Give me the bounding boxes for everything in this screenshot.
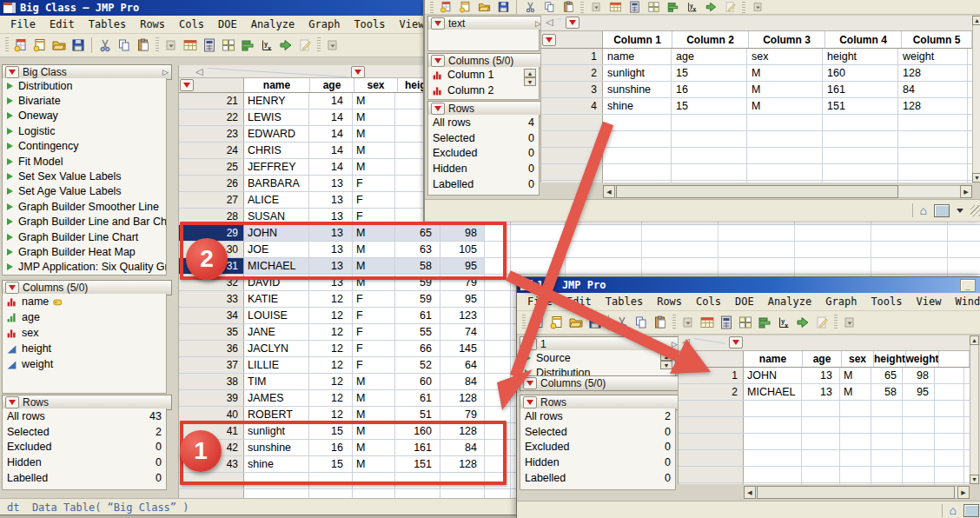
cell-height[interactable]: 59 <box>395 275 440 290</box>
toolbar-cut-icon[interactable] <box>96 37 114 53</box>
red-triangle-menu-icon[interactable] <box>5 66 19 78</box>
minimize-button[interactable]: _ <box>960 279 976 292</box>
rows-menu-cell[interactable] <box>679 351 744 367</box>
cell-age[interactable] <box>309 473 353 488</box>
row-number[interactable]: 41 <box>179 423 244 439</box>
cell-column-4[interactable]: 161 <box>823 82 898 97</box>
script-item-contingency[interactable]: Contingency <box>3 139 166 154</box>
column-header-sex[interactable]: sex <box>354 78 398 92</box>
cell-name[interactable]: sunshine <box>244 440 309 455</box>
cell-height[interactable]: 55 <box>395 324 440 340</box>
cell-name[interactable]: JOHN <box>744 368 802 383</box>
cell-sex[interactable]: M <box>353 143 395 158</box>
cell-column-5[interactable]: 128 <box>898 98 968 114</box>
menu-graph[interactable]: Graph <box>301 17 347 32</box>
toolbar-save-icon[interactable] <box>586 315 604 330</box>
column-header-column-1[interactable]: Column 1 <box>603 31 672 48</box>
row-number[interactable] <box>179 489 244 498</box>
toolbar-split-icon[interactable] <box>737 315 754 330</box>
cell-name[interactable]: SUSAN <box>244 209 309 224</box>
cell-name[interactable]: LOUISE <box>244 308 309 323</box>
cell-weight[interactable]: 79 <box>440 275 485 290</box>
row-number[interactable] <box>679 401 744 416</box>
cell-sex[interactable] <box>840 434 871 449</box>
toolbar-new-journal-icon[interactable] <box>548 315 566 330</box>
toolbar-data-table-icon[interactable] <box>182 37 199 53</box>
cell-sex[interactable]: F <box>353 176 395 191</box>
columns-menu-icon[interactable] <box>729 336 743 349</box>
toolbar-cut-icon[interactable] <box>521 0 539 15</box>
toolbar-summary-icon[interactable] <box>201 37 218 53</box>
scroll-down-button[interactable]: ▼ <box>972 173 980 183</box>
cell-age[interactable]: 15 <box>309 423 353 439</box>
cell-name[interactable]: ALICE <box>244 192 309 208</box>
cell-column-4[interactable] <box>823 148 898 163</box>
cell-column-3[interactable] <box>747 131 823 147</box>
toolbar-edit-icon[interactable] <box>296 37 314 53</box>
toolbar-summary-icon[interactable] <box>626 0 643 15</box>
cell-sex[interactable] <box>840 483 871 484</box>
cell-height[interactable]: 66 <box>395 341 440 356</box>
cell-age[interactable]: 13 <box>309 176 353 191</box>
toolbar-grip[interactable] <box>580 0 584 15</box>
column-header-name[interactable]: name <box>244 78 310 92</box>
menu-analyze[interactable]: Analyze <box>761 294 819 309</box>
red-triangle-menu-icon[interactable] <box>523 377 537 389</box>
red-triangle-menu-icon[interactable] <box>431 17 445 30</box>
columns-menu-icon[interactable] <box>351 66 365 78</box>
cell-weight[interactable]: 98 <box>440 225 485 241</box>
script-item-set-sex-value-labels[interactable]: Set Sex Value Labels <box>3 169 166 183</box>
cell-column-5[interactable]: weight <box>898 49 968 64</box>
cell-name[interactable]: DAVID <box>244 275 309 290</box>
panel-collapse-icon[interactable]: ◁ <box>546 16 553 28</box>
rows-menu-icon[interactable] <box>542 34 556 46</box>
script-item-graph-builder-line-chart[interactable]: Graph Builder Line Chart <box>3 229 166 244</box>
cell-sex[interactable]: M <box>353 110 395 125</box>
menu-edit[interactable]: Edit <box>560 294 599 309</box>
menu-rows[interactable]: Rows <box>650 294 689 309</box>
collapse-panel-icon[interactable]: ▷ <box>162 68 169 76</box>
row-number[interactable]: 28 <box>179 209 244 224</box>
row-number[interactable] <box>541 131 603 147</box>
titlebar[interactable]: 1 - JMP Pro _ <box>517 277 980 293</box>
cell-weight[interactable]: 98 <box>903 368 935 383</box>
column-item-age[interactable]: age <box>3 309 166 325</box>
cell-sex[interactable]: F <box>353 357 395 373</box>
cell-column-1[interactable] <box>603 115 672 130</box>
row-number[interactable] <box>541 181 603 183</box>
scroll-up-button[interactable]: ▲ <box>660 352 672 361</box>
resize-grip[interactable] <box>970 205 980 216</box>
home-icon[interactable]: ⌂ <box>920 204 927 216</box>
row-number[interactable]: 22 <box>179 110 244 125</box>
toolbar-grip[interactable] <box>522 315 526 330</box>
cell-height[interactable]: 60 <box>395 374 440 389</box>
toolbar-new-data-table-icon[interactable] <box>437 0 454 15</box>
toolbar-stack-icon[interactable] <box>756 315 773 330</box>
cell-weight[interactable] <box>440 489 485 498</box>
cell-age[interactable]: 13 <box>802 384 840 400</box>
cell-age[interactable]: 12 <box>309 341 353 356</box>
toolbar-edit-icon[interactable] <box>813 315 831 330</box>
cell-age[interactable] <box>802 434 840 449</box>
cell-column-5[interactable] <box>898 181 968 183</box>
row-number[interactable] <box>541 115 603 130</box>
red-triangle-menu-icon[interactable] <box>523 338 537 350</box>
cell-height[interactable]: 65 <box>395 225 440 241</box>
cell-name[interactable]: EDWARD <box>244 126 309 142</box>
row-number[interactable]: 2 <box>541 65 603 81</box>
cell-age[interactable] <box>802 450 840 466</box>
cell-name[interactable]: sunlight <box>244 423 309 439</box>
toolbar-overflow-icon[interactable] <box>749 0 766 15</box>
toolbar-stack-icon[interactable] <box>664 0 681 15</box>
row-number[interactable]: 34 <box>179 308 244 323</box>
scroll-right-button[interactable]: ▶ <box>957 486 970 499</box>
cell-column-2[interactable] <box>672 181 747 183</box>
scroll-up-button[interactable]: ▲ <box>524 69 536 77</box>
toolbar-grip[interactable] <box>834 315 838 330</box>
rows-menu-cell[interactable] <box>541 31 603 48</box>
row-number[interactable] <box>541 148 603 163</box>
row-number[interactable]: 21 <box>179 93 244 109</box>
cell-age[interactable]: 13 <box>309 209 353 224</box>
cell-weight[interactable]: 84 <box>440 374 485 389</box>
cell-name[interactable]: ROBERT <box>244 407 309 422</box>
